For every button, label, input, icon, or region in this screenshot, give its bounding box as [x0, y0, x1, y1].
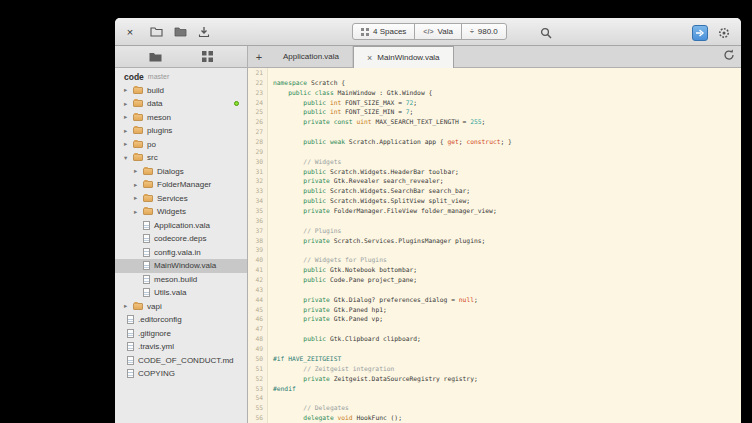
code-line[interactable]: 24 public int FONT_SIZE_MAX = 72;	[248, 98, 741, 108]
sidebar-item-config.vala.in[interactable]: config.vala.in	[115, 246, 247, 260]
code-line[interactable]: 34 public Scratch.Widgets.SplitView spli…	[248, 196, 741, 206]
code-line[interactable]: 48 public Gtk.Clipboard clipboard;	[248, 334, 741, 344]
line-number: 43	[248, 285, 268, 295]
folder-icon	[133, 154, 143, 161]
code-line[interactable]: 21	[248, 68, 741, 78]
code-text: // Widgets	[268, 157, 341, 167]
sidebar-item-label: Application.vala	[154, 221, 210, 230]
line-number: 32	[248, 176, 268, 186]
language-button[interactable]: </> Vala	[414, 23, 462, 40]
disclosure-icon[interactable]: ▸	[134, 194, 143, 202]
open-button[interactable]	[147, 23, 165, 41]
disclosure-icon[interactable]: ▾	[124, 154, 133, 162]
code-line[interactable]: 22namespace Scratch {	[248, 78, 741, 88]
sidebar-item-data[interactable]: ▸data	[115, 97, 247, 111]
code-line[interactable]: 50#if HAVE_ZEITGEIST	[248, 354, 741, 364]
sidebar-item-meson[interactable]: ▸meson	[115, 111, 247, 125]
disclosure-icon[interactable]: ▸	[134, 167, 143, 175]
code-line[interactable]: 33 public Scratch.Widgets.SearchBar sear…	[248, 186, 741, 196]
tab-MainWindow.vala[interactable]: ×MainWindow.vala	[353, 46, 454, 68]
code-line[interactable]: 28 public weak Scratch.Application app {…	[248, 137, 741, 147]
sidebar-item-.gitignore[interactable]: .gitignore	[115, 327, 247, 341]
project-root-row[interactable]: code master	[115, 70, 247, 84]
sidebar-item-Services[interactable]: ▸Services	[115, 192, 247, 206]
code-line[interactable]: 30 // Widgets	[248, 157, 741, 167]
history-button[interactable]	[717, 46, 741, 64]
line-number: 44	[248, 295, 268, 305]
code-line[interactable]: 41 public Gtk.Notebook bottombar;	[248, 265, 741, 275]
sidebar-item-COPYING[interactable]: COPYING	[115, 367, 247, 381]
code-line[interactable]: 36	[248, 216, 741, 226]
code-line[interactable]: 23 public class MainWindow : Gtk.Window …	[248, 88, 741, 98]
sidebar-item-Dialogs[interactable]: ▸Dialogs	[115, 165, 247, 179]
code-line[interactable]: 51 // Zeitgeist integration	[248, 364, 741, 374]
disclosure-icon[interactable]: ▸	[134, 208, 143, 216]
sidebar-item-build[interactable]: ▸build	[115, 84, 247, 98]
code-line[interactable]: 42 public Code.Pane project_pane;	[248, 275, 741, 285]
zoom-button[interactable]: ÷ 980.0	[461, 23, 507, 40]
code-line[interactable]: 39	[248, 245, 741, 255]
disclosure-icon[interactable]: ▸	[124, 302, 133, 310]
code-line[interactable]: 46 private Gtk.Paned vp;	[248, 314, 741, 324]
sidebar-item-po[interactable]: ▸po	[115, 138, 247, 152]
code-line[interactable]: 40 // Widgets for Plugins	[248, 255, 741, 265]
code-line[interactable]: 38 private Scratch.Services.PluginsManag…	[248, 236, 741, 246]
sidebar-item-label: Utils.vala	[154, 288, 186, 297]
disclosure-icon[interactable]: ▸	[124, 100, 133, 108]
code-line[interactable]: 43	[248, 285, 741, 295]
folder-icon	[174, 26, 187, 37]
sidebar-item-Widgets[interactable]: ▸Widgets	[115, 205, 247, 219]
sidebar-item-vapi[interactable]: ▸vapi	[115, 300, 247, 314]
sidebar-item-Utils.vala[interactable]: Utils.vala	[115, 286, 247, 300]
symbols-panel-button[interactable]	[198, 48, 216, 66]
disclosure-icon[interactable]: ▸	[124, 140, 133, 148]
code-line[interactable]: 53#endif	[248, 384, 741, 394]
save-button[interactable]	[195, 23, 213, 41]
search-button[interactable]	[537, 24, 555, 42]
code-line[interactable]: 54	[248, 393, 741, 403]
sidebar-item-MainWindow.vala[interactable]: MainWindow.vala	[115, 259, 247, 273]
sidebar-item-meson.build[interactable]: meson.build	[115, 273, 247, 287]
sidebar-item-FolderManager[interactable]: ▸FolderManager	[115, 178, 247, 192]
code-line[interactable]: 29	[248, 147, 741, 157]
code-line[interactable]: 56 delegate void HookFunc ();	[248, 413, 741, 423]
window-close-button[interactable]: ×	[123, 26, 137, 38]
code-line[interactable]: 25 public int FONT_SIZE_MIN = 7;	[248, 107, 741, 117]
code-line[interactable]: 32 private Gtk.Revealer search_revealer;	[248, 176, 741, 186]
sidebar-item-plugins[interactable]: ▸plugins	[115, 124, 247, 138]
tab-close-icon[interactable]: ×	[367, 53, 372, 63]
sidebar-item-codecore.deps[interactable]: codecore.deps	[115, 232, 247, 246]
code-line[interactable]: 44 private Gtk.Dialog? preferences_dialo…	[248, 295, 741, 305]
code-line[interactable]: 47	[248, 324, 741, 334]
code-line[interactable]: 45 private Gtk.Paned hp1;	[248, 305, 741, 315]
sidebar-item-src[interactable]: ▾src	[115, 151, 247, 165]
code-line[interactable]: 52 private Zeitgeist.DataSourceRegistry …	[248, 374, 741, 384]
code-line[interactable]: 55 // Delegates	[248, 403, 741, 413]
disclosure-icon[interactable]: ▸	[124, 86, 133, 94]
disclosure-icon[interactable]: ▸	[134, 181, 143, 189]
files-panel-button[interactable]	[146, 48, 164, 66]
code-line[interactable]: 27	[248, 127, 741, 137]
folder-icon	[133, 303, 143, 310]
disclosure-icon[interactable]: ▸	[124, 127, 133, 135]
code-line[interactable]: 37 // Plugins	[248, 226, 741, 236]
code-line[interactable]: 31 public Scratch.Widgets.HeaderBar tool…	[248, 167, 741, 177]
sidebar-item-label: build	[147, 86, 164, 95]
new-tab-button[interactable]: +	[248, 46, 270, 67]
code-line[interactable]: 35 private FolderManager.FileView folder…	[248, 206, 741, 216]
code-line[interactable]: 26 private const uint MAX_SEARCH_TEXT_LE…	[248, 117, 741, 127]
share-button[interactable]	[692, 25, 708, 41]
open-folder-button[interactable]	[171, 23, 189, 41]
code-line[interactable]: 49	[248, 344, 741, 354]
settings-button[interactable]	[715, 24, 733, 42]
tab-width-button[interactable]: 4 Spaces	[352, 23, 415, 40]
line-number: 33	[248, 186, 268, 196]
sidebar-item-.editorconfig[interactable]: .editorconfig	[115, 313, 247, 327]
tab-Application.vala[interactable]: Application.vala	[270, 46, 353, 67]
sidebar-item-CODE_OF_CONDUCT.md[interactable]: CODE_OF_CONDUCT.md	[115, 354, 247, 368]
code-text	[268, 147, 273, 157]
sidebar-item-Application.vala[interactable]: Application.vala	[115, 219, 247, 233]
sidebar-item-.travis.yml[interactable]: .travis.yml	[115, 340, 247, 354]
disclosure-icon[interactable]: ▸	[124, 113, 133, 121]
code-editor[interactable]: 2122namespace Scratch {23 public class M…	[248, 68, 741, 423]
